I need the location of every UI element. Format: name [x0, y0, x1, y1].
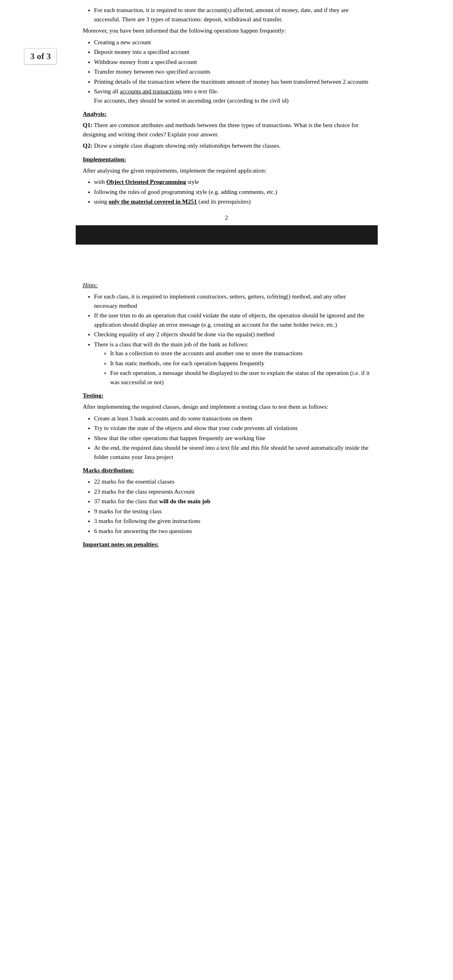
list-item: For each transaction, it is required to … — [94, 6, 370, 24]
list-item: It has static methods, one for each oper… — [110, 359, 370, 368]
list-item: There is a class that will do the main j… — [94, 340, 370, 387]
list-item: Show that the other operations that happ… — [94, 434, 370, 443]
list-item: following the rules of good programming … — [94, 187, 370, 197]
implementation-heading: Implementation: — [83, 156, 370, 163]
page3-section: Hints: For each class, it is required to… — [83, 277, 370, 548]
list-item: Transfer money between two specified acc… — [94, 67, 370, 76]
q1-label: Q1: — [83, 122, 93, 128]
sub-hints-list: It has a collection to store the account… — [110, 349, 370, 387]
list-item: Creating a new account — [94, 38, 370, 47]
list-item: 9 marks for the testing class — [94, 507, 370, 516]
q1-paragraph: Q1: There are common attributes and meth… — [83, 121, 370, 139]
list-item: 37 marks for the class that will do the … — [94, 497, 370, 506]
oop-label: Object Oriented Programming — [106, 179, 186, 185]
q1-text: There are common attributes and methods … — [83, 122, 359, 138]
page-separator-bar — [76, 225, 378, 245]
marks-heading: Marks distribution: — [83, 467, 370, 474]
page2-section: For each transaction, it is required to … — [83, 4, 370, 221]
important-notes-heading: Important notes on penalties: — [83, 541, 370, 548]
q2-paragraph: Q2: Draw a simple class diagram showing … — [83, 141, 370, 150]
list-item: 22 marks for the essential classes — [94, 477, 370, 486]
testing-heading: Testing: — [83, 392, 370, 399]
list-item: Withdraw money from a specified account — [94, 58, 370, 67]
marks-list: 22 marks for the essential classes 23 ma… — [94, 477, 370, 535]
transaction-text: For each transaction, it is required to … — [94, 7, 349, 23]
list-item: 23 marks for the class represents Accoun… — [94, 487, 370, 496]
list-item: Checking equality of any 2 objects shoul… — [94, 330, 370, 339]
list-item: It has a collection to store the account… — [110, 349, 370, 358]
analysis-heading: Analysis: — [83, 111, 370, 117]
testing-intro: After implementing the required classes,… — [83, 402, 370, 412]
list-item: with Object Oriented Programming style — [94, 177, 370, 187]
list-item: Saving all accounts and transactions int… — [94, 87, 370, 105]
impl-intro: After analysing the given requirements, … — [83, 166, 370, 175]
operations-list: Creating a new account Deposit money int… — [94, 38, 370, 105]
list-item: Create at least 3 bank accounts and do s… — [94, 414, 370, 423]
page-number: 2 — [83, 214, 370, 221]
list-item: For each operation, a message should be … — [110, 369, 370, 387]
list-item: Deposit money into a specified account — [94, 47, 370, 57]
moreover-text: Moreover, you have been informed that th… — [83, 26, 370, 35]
hints-list: For each class, it is required to implem… — [94, 292, 370, 387]
list-item: 6 marks for answering the two questions — [94, 527, 370, 536]
list-item: 3 marks for following the given instruct… — [94, 517, 370, 526]
hints-heading: Hints: — [83, 281, 370, 290]
list-item: using only the material covered in M251 … — [94, 197, 370, 206]
m251-label: only the material covered in M251 — [109, 198, 197, 205]
testing-list: Create at least 3 bank accounts and do s… — [94, 414, 370, 462]
list-item: Printing details of the transaction wher… — [94, 77, 370, 86]
list-item: Try to violate the state of the objects … — [94, 424, 370, 433]
list-item: At the end, the required data should be … — [94, 443, 370, 461]
transaction-requirements-list: For each transaction, it is required to … — [94, 6, 370, 24]
q2-label: Q2: — [83, 142, 93, 149]
q2-text: Draw a simple class diagram showing only… — [94, 142, 281, 149]
implementation-list: with Object Oriented Programming style f… — [94, 177, 370, 206]
list-item: If the user tries to do an operation tha… — [94, 311, 370, 329]
list-item: For each class, it is required to implem… — [94, 292, 370, 310]
page-spacer — [83, 245, 370, 277]
